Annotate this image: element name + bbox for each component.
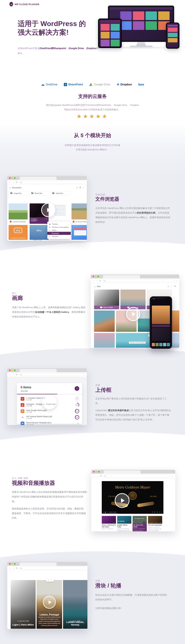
playlist-card-active[interactable]: NO TIME TO DIE 02:35 No Time to Die (202… (132, 516, 147, 531)
home-icon[interactable]: ⌂ (10, 186, 11, 189)
reload-icon[interactable]: ↻ (16, 374, 18, 376)
sort-icon[interactable]: ⇅ (80, 186, 81, 188)
menu-item-preview[interactable]: ◉Preview (47, 222, 71, 226)
gallery-photo[interactable] (94, 310, 115, 332)
reload-icon[interactable]: ↻ (16, 567, 18, 569)
slide[interactable]: ↓ Lisbon, Portugal Situated on a series … (36, 580, 62, 629)
forward-icon[interactable]: → (12, 567, 14, 569)
maximize-traffic-light[interactable] (14, 177, 16, 179)
file-card[interactable]: Dry Grass Fields.jpg (72, 204, 87, 224)
search-icon[interactable] (168, 286, 169, 287)
kebab-icon[interactable]: ⋮ (176, 280, 178, 282)
shuffle-icon[interactable]: ↻ (154, 511, 156, 513)
brand-logo-text[interactable]: WP CLOUD PLUGINS (15, 3, 39, 6)
gallery-folder-card[interactable]: Earth Tones (120, 290, 146, 309)
breadcrumb[interactable]: Documents (12, 186, 22, 189)
browser-tab[interactable] (103, 275, 140, 278)
upload-row[interactable]: A UK Festival Market Report.pdf2.28 MB 9… (21, 414, 79, 420)
fullscreen-icon[interactable]: ↗ (159, 511, 160, 513)
home-icon[interactable]: ⌂ (94, 285, 95, 288)
reload-icon[interactable]: ↻ (100, 475, 102, 477)
close-traffic-light[interactable] (9, 177, 11, 179)
menu-item-preview-new-window[interactable]: ⧉Preview in new window (47, 226, 71, 229)
file-card[interactable]: easy The easyGroup Brand Manual easyGrou… (9, 225, 28, 241)
play-button[interactable] (42, 394, 57, 409)
download-icon[interactable]: ↓ (36, 610, 62, 612)
gallery-photo[interactable] (94, 333, 115, 348)
back-icon[interactable]: ← (9, 374, 11, 376)
back-icon[interactable]: ← (9, 567, 11, 569)
kebab-icon[interactable]: ⋮ (145, 524, 146, 526)
kebab-icon[interactable]: ⋮ (83, 186, 85, 188)
close-traffic-light[interactable] (93, 471, 95, 472)
sharepoint-logo[interactable]: S SharePoint (64, 83, 83, 86)
menu-item-share[interactable]: ≺Share (47, 229, 71, 232)
file-card[interactable]: A perfect Sunset.jpg (9, 204, 28, 224)
google-drive-logo[interactable]: Google Drive (89, 83, 110, 86)
upload-total-size[interactable]: 46.8 MB (21, 390, 28, 392)
close-icon[interactable]: ✕ (157, 511, 158, 513)
reload-icon[interactable]: ↻ (174, 285, 176, 288)
address-bar[interactable] (19, 373, 85, 376)
close-traffic-light[interactable] (9, 563, 11, 565)
kebab-icon[interactable]: ⋮ (172, 475, 174, 477)
prev-arrow-icon[interactable]: ‹ (48, 579, 49, 581)
expand-icon[interactable]: ↗ (172, 471, 174, 472)
dropbox-logo[interactable]: ❖ Dropbox (116, 83, 132, 86)
reload-icon[interactable]: ↻ (16, 181, 18, 184)
address-bar[interactable] (103, 474, 170, 478)
browser-tab[interactable] (20, 369, 56, 372)
menu-item-download[interactable]: ↓Download (47, 232, 71, 235)
search-icon[interactable] (76, 187, 78, 188)
next-arrow-icon[interactable]: › (51, 579, 52, 581)
minimize-traffic-light[interactable] (12, 563, 13, 565)
upload-row[interactable]: W Word Resume Template.docx515.24 KB ✓ (21, 421, 79, 425)
add-files-button[interactable]: + (74, 386, 79, 391)
file-card[interactable]: Bliss Ebook - One Grump's Search for the… (30, 225, 48, 241)
playlist-card[interactable]: HD TRAILER 02:05 Aladdin Official Traile… (117, 516, 131, 531)
playlist-card[interactable]: 04:07 #Viva La Vida (Live in São Paulo) … (102, 516, 116, 530)
folder-chip[interactable]: Music files (30, 191, 49, 196)
play-button[interactable] (41, 203, 55, 217)
minimize-traffic-light[interactable] (12, 177, 13, 179)
box-logo[interactable]: box (138, 82, 144, 86)
gallery-folder-card[interactable]: Black & White (94, 290, 119, 309)
forward-icon[interactable]: → (12, 374, 14, 376)
expand-icon[interactable]: ↗ (176, 276, 178, 277)
minimize-traffic-light[interactable] (12, 370, 13, 371)
address-bar[interactable] (102, 279, 174, 282)
breadcrumb[interactable]: Start (97, 286, 100, 288)
maximize-traffic-light[interactable] (98, 276, 99, 277)
folder-chip[interactable]: Video files (50, 191, 70, 196)
download-icon[interactable]: ↓ (44, 218, 45, 220)
folder-chip[interactable]: Image files (9, 191, 28, 196)
loop-icon[interactable]: ↺ (152, 511, 153, 513)
next-icon[interactable]: » (107, 511, 108, 513)
address-bar[interactable] (19, 181, 85, 184)
menu-item-rename[interactable]: ✎Rename (47, 235, 71, 238)
browser-tab[interactable] (20, 176, 56, 180)
back-icon[interactable]: ← (92, 280, 94, 282)
reload-icon[interactable]: ↻ (99, 280, 101, 282)
play-button[interactable] (43, 596, 56, 609)
info-icon[interactable]: ⓘ (46, 218, 47, 220)
forward-icon[interactable]: → (96, 280, 98, 282)
kebab-icon[interactable]: ⋮ (171, 285, 172, 288)
previous-icon[interactable]: « (103, 511, 104, 513)
forward-icon[interactable]: → (96, 475, 98, 477)
slide[interactable]: ⊙ July 6, 2020 Lofoten Islands, Norway (63, 580, 88, 629)
minimize-traffic-light[interactable] (96, 471, 97, 472)
maximize-traffic-light[interactable] (14, 563, 16, 565)
back-icon[interactable]: ← (93, 475, 95, 477)
browser-tab[interactable] (20, 562, 56, 566)
maximize-traffic-light[interactable] (14, 370, 16, 371)
close-traffic-light[interactable] (9, 370, 11, 371)
address-bar[interactable] (19, 567, 86, 570)
playlist-icon[interactable]: ≡ (162, 511, 162, 513)
slide[interactable]: ⊙ June 28, 2020 Ligne 1 Paris Métro (11, 580, 36, 629)
playlist-card[interactable]: TEASER TRAILER 01:48 The Lion King (2019… (148, 516, 162, 531)
close-traffic-light[interactable] (92, 276, 94, 277)
maximize-traffic-light[interactable] (98, 471, 100, 472)
file-card[interactable]: Illustrator.ai (72, 225, 87, 241)
onedrive-logo[interactable]: ☁ OneDrive (41, 82, 57, 86)
